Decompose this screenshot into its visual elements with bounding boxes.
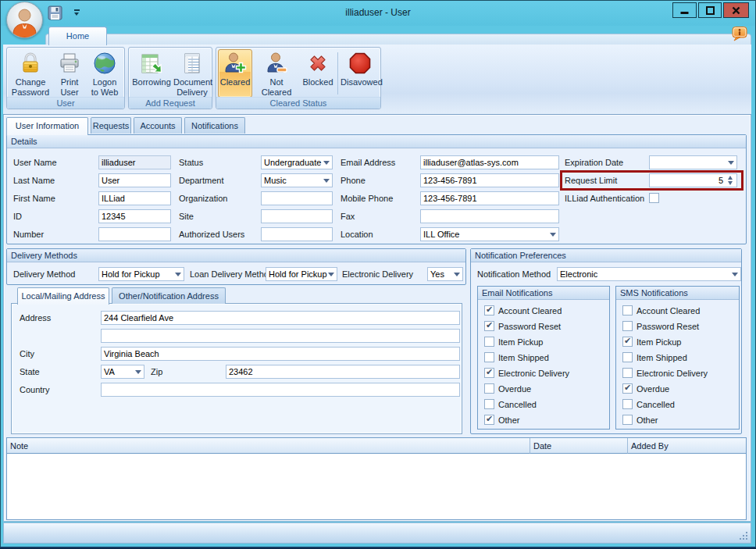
email-item-pickup-checkbox[interactable] — [484, 337, 494, 347]
dropdown-arrow-icon[interactable] — [451, 268, 462, 280]
dropdown-arrow-icon[interactable] — [326, 268, 337, 280]
department-dropdown[interactable]: Music — [261, 173, 333, 187]
close-button[interactable] — [723, 2, 749, 18]
dropdown-arrow-icon[interactable] — [726, 156, 736, 169]
save-button[interactable] — [48, 5, 63, 20]
dropdown-arrow-icon[interactable] — [133, 365, 144, 378]
loan-delivery-method-dropdown[interactable]: Hold for Pickup — [266, 267, 337, 281]
resize-grip-icon[interactable] — [739, 531, 747, 540]
email-item-shipped-checkbox[interactable] — [484, 352, 494, 362]
address-line2-field[interactable] — [101, 329, 460, 343]
tab-notifications[interactable]: Notifications — [184, 117, 245, 134]
notification-preferences-group: Notification Preferences Notification Me… — [470, 248, 742, 434]
site-field[interactable] — [261, 209, 333, 223]
city-field[interactable]: Virginia Beach — [101, 347, 460, 361]
sms-item-shipped-checkbox[interactable] — [622, 352, 633, 362]
last-name-field[interactable]: User — [98, 173, 171, 187]
column-header-date[interactable]: Date — [530, 438, 628, 454]
email-address-label: Email Address — [341, 155, 395, 169]
notes-table: Note Date Added By — [6, 437, 747, 520]
dropdown-arrow-icon[interactable] — [173, 268, 184, 280]
spinner-arrows-icon[interactable] — [726, 174, 736, 187]
ribbon-group-caption: Cleared Status — [216, 97, 380, 109]
delivery-method-dropdown[interactable]: Hold for Pickup — [98, 267, 184, 281]
illiad-authentication-checkbox[interactable] — [649, 193, 659, 203]
electronic-delivery-dropdown[interactable]: Yes — [427, 267, 463, 281]
city-label: City — [20, 347, 34, 361]
state-dropdown[interactable]: VA — [101, 365, 144, 379]
disavowed-button[interactable]: Disavowed — [340, 49, 380, 98]
sms-other-checkbox[interactable] — [622, 415, 633, 425]
first-name-field[interactable]: ILLiad — [98, 191, 171, 205]
tab-user-information[interactable]: User Information — [6, 117, 88, 135]
dropdown-arrow-icon[interactable] — [547, 228, 558, 241]
address-line1-field[interactable]: 244 Clearfield Ave — [101, 311, 460, 325]
email-account-cleared-label: Account Cleared — [498, 305, 562, 316]
button-label: Logon to Web — [87, 77, 122, 98]
document-delivery-button[interactable]: Document Delivery — [173, 49, 212, 98]
notification-method-dropdown[interactable]: Electronic — [557, 267, 741, 281]
sms-electronic-delivery-checkbox[interactable] — [622, 368, 633, 378]
id-field[interactable]: 12345 — [98, 209, 171, 223]
change-password-button[interactable]: Change Password — [9, 49, 52, 98]
dropdown-arrow-icon[interactable] — [321, 174, 332, 187]
quick-access-customize-icon[interactable] — [74, 9, 80, 18]
email-electronic-delivery-checkbox[interactable] — [484, 368, 494, 378]
email-item-shipped-label: Item Shipped — [498, 352, 549, 363]
not-cleared-button[interactable]: Not Cleared — [254, 49, 299, 98]
request-limit-spinner[interactable]: 5 — [649, 173, 737, 187]
zip-field[interactable]: 23462 — [226, 365, 460, 379]
email-address-field[interactable]: illiaduser@atlas-sys.com — [420, 155, 559, 169]
email-password-reset-checkbox[interactable] — [484, 321, 494, 331]
dropdown-arrow-icon[interactable] — [729, 268, 740, 280]
button-label: Not Cleared — [255, 77, 298, 98]
country-field[interactable] — [101, 383, 460, 397]
minimize-button[interactable] — [672, 2, 697, 18]
phone-field[interactable]: 123-456-7891 — [420, 173, 559, 187]
button-label-line1: Borrowing — [132, 77, 171, 87]
logon-to-web-button[interactable]: Logon to Web — [87, 49, 123, 98]
site-label: Site — [179, 209, 194, 223]
ribbon-tab-home[interactable]: Home — [48, 27, 107, 45]
maximize-button[interactable] — [698, 2, 722, 18]
application-menu-button[interactable] — [6, 2, 43, 38]
email-electronic-delivery-label: Electronic Delivery — [498, 368, 569, 379]
sms-overdue-checkbox[interactable] — [622, 383, 633, 394]
borrowing-button[interactable]: Borrowing — [130, 49, 173, 98]
loan-delivery-method-value: Hold for Pickup — [269, 269, 327, 279]
status-dropdown[interactable]: Undergraduate — [261, 155, 333, 169]
cleared-button[interactable]: Cleared — [218, 49, 252, 98]
user-name-field[interactable]: illiaduser — [98, 155, 171, 169]
ribbon: Change Password Print User — [3, 45, 751, 115]
column-header-added-by[interactable]: Added By — [628, 438, 746, 454]
print-user-button[interactable]: Print User — [54, 49, 85, 98]
tab-local-mailing-address[interactable]: Local/Mailing Address — [17, 287, 109, 305]
help-button[interactable] — [731, 26, 748, 41]
email-overdue-checkbox[interactable] — [484, 383, 494, 394]
sms-item-pickup-checkbox[interactable] — [622, 337, 633, 347]
authorized-users-field[interactable] — [261, 227, 333, 241]
sms-account-cleared-checkbox[interactable] — [622, 305, 633, 315]
expiration-date-dropdown[interactable] — [649, 155, 737, 169]
email-other-checkbox[interactable] — [484, 415, 494, 425]
location-dropdown[interactable]: ILL Office — [420, 227, 559, 241]
button-label-line1: Document — [173, 77, 212, 87]
sms-cancelled-checkbox[interactable] — [622, 399, 633, 409]
email-account-cleared-checkbox[interactable] — [484, 305, 494, 315]
number-field[interactable] — [98, 227, 171, 241]
fax-field[interactable] — [420, 209, 559, 223]
mobile-phone-field[interactable]: 123-456-7891 — [420, 191, 559, 205]
person-minus-icon — [264, 51, 289, 76]
close-icon — [731, 5, 741, 16]
email-cancelled-checkbox[interactable] — [484, 399, 494, 409]
tab-accounts[interactable]: Accounts — [134, 117, 182, 134]
tab-requests[interactable]: Requests — [91, 117, 131, 134]
column-header-note[interactable]: Note — [7, 438, 530, 454]
blocked-button[interactable]: Blocked — [301, 49, 335, 98]
organization-field[interactable] — [261, 191, 333, 205]
sms-password-reset-checkbox[interactable] — [622, 321, 633, 331]
dropdown-arrow-icon[interactable] — [321, 156, 332, 169]
tab-other-notification-address[interactable]: Other/Notification Address — [112, 287, 226, 304]
number-label: Number — [13, 227, 44, 241]
help-bubble-icon — [731, 26, 748, 41]
